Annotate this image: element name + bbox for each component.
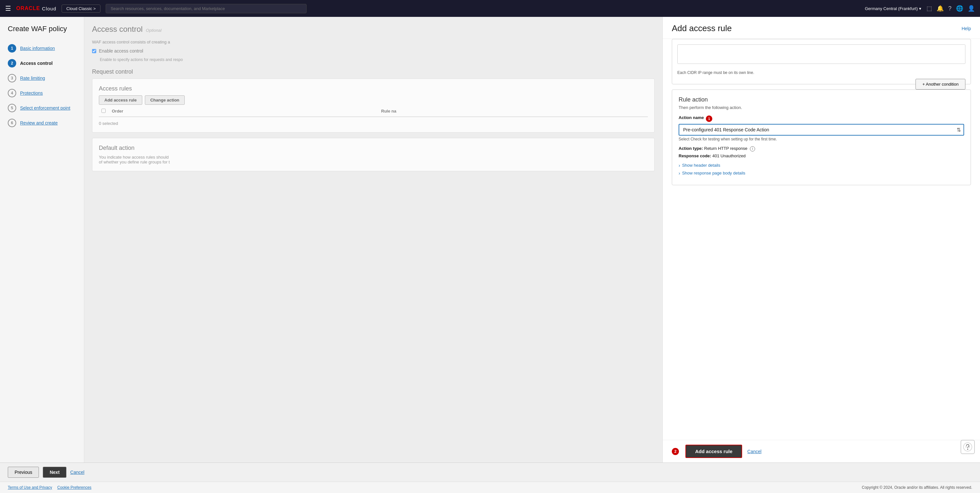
another-condition-button[interactable]: + Another condition <box>915 79 966 89</box>
footer-links: Terms of Use and Privacy Cookie Preferen… <box>8 485 91 490</box>
step-3-label[interactable]: Rate limiting <box>20 76 45 81</box>
svg-point-3 <box>969 447 970 447</box>
cloud-text: Cloud <box>42 6 56 11</box>
response-code-label: Response code: <box>679 153 711 158</box>
action-type-label: Action type: <box>679 146 703 151</box>
cookie-link[interactable]: Cookie Preferences <box>57 485 91 490</box>
chevron-down-icon: ▾ <box>919 6 921 11</box>
response-code-value: 401 Unauthorized <box>712 153 746 158</box>
step-3-number: 3 <box>8 74 16 82</box>
sidebar-step-2[interactable]: 2 Access control <box>0 56 84 71</box>
enable-checkbox-row: Enable access control <box>92 48 655 54</box>
step-1-number: 1 <box>8 44 16 53</box>
bell-icon[interactable]: 🔔 <box>937 5 944 12</box>
step-1-label[interactable]: Basic information <box>20 46 55 51</box>
help-icon[interactable]: ? <box>948 5 951 12</box>
floating-help-button[interactable] <box>961 440 975 454</box>
svg-point-1 <box>967 449 968 450</box>
rule-action-box: Rule action Then perform the following a… <box>672 89 971 185</box>
region-label: Germany Central (Frankfurt) <box>865 6 918 11</box>
step-2-label: Access control <box>20 61 52 66</box>
show-header-details-link[interactable]: › Show header details <box>679 163 964 168</box>
add-access-rule-title: Add access rule <box>672 23 732 34</box>
sidebar-title: Create WAF policy <box>0 25 84 41</box>
step-2-number: 2 <box>8 59 16 67</box>
sidebar-step-4[interactable]: 4 Protections <box>0 86 84 101</box>
sidebar: Create WAF policy 1 Basic information 2 … <box>0 17 84 463</box>
help-link[interactable]: Help <box>961 26 971 31</box>
badge-1: 1 <box>706 115 712 122</box>
default-action-desc: You indicate how access rules should <box>99 155 648 160</box>
col-order: Order <box>109 108 379 114</box>
previous-button[interactable]: Previous <box>8 467 39 478</box>
show-response-body-link[interactable]: › Show response page body details <box>679 171 964 176</box>
col-rule-name: Rule na <box>379 108 648 114</box>
help-float-icon <box>963 442 972 452</box>
chevron-right-icon-2: › <box>679 171 680 176</box>
chevron-right-icon: › <box>679 163 680 168</box>
cidr-note: Each CIDR IP range must be on its own li… <box>677 70 966 75</box>
step-4-number: 4 <box>8 89 16 97</box>
right-panel-body: Each CIDR IP range must be on its own li… <box>663 39 980 440</box>
cancel-bottom-button[interactable]: Cancel <box>70 470 84 475</box>
page-footer: Terms of Use and Privacy Cookie Preferen… <box>0 482 980 493</box>
sidebar-step-1[interactable]: 1 Basic information <box>0 41 84 56</box>
search-input[interactable] <box>106 4 307 13</box>
step-4-label[interactable]: Protections <box>20 91 43 96</box>
step-5-number: 5 <box>8 104 16 112</box>
top-navigation: ☰ ORACLE Cloud Cloud Classic > Germany C… <box>0 0 980 17</box>
show-response-body-label: Show response page body details <box>682 171 745 176</box>
action-type-value: Return HTTP response <box>704 146 747 151</box>
action-select-wrap: Pre-configured 401 Response Code Action … <box>679 124 964 136</box>
main-layout: Create WAF policy 1 Basic information 2 … <box>0 17 980 463</box>
next-button[interactable]: Next <box>43 467 66 478</box>
right-panel-footer: 2 Add access rule Cancel <box>663 440 980 463</box>
right-panel-header: Add access rule Help <box>663 17 980 39</box>
rule-action-title: Rule action <box>679 96 964 103</box>
enable-access-control-checkbox[interactable] <box>92 49 96 53</box>
condition-box: Each CIDR IP range must be on its own li… <box>672 39 971 85</box>
add-access-rule-submit-button[interactable]: Add access rule <box>686 445 742 458</box>
oracle-text: ORACLE <box>16 5 40 11</box>
table-header: Order Rule na <box>99 108 648 117</box>
enable-checkbox-label: Enable access control <box>99 48 143 54</box>
default-action-title: Default action <box>99 145 648 152</box>
show-header-details-label: Show header details <box>682 163 721 168</box>
default-action-block: Default action You indicate how access r… <box>92 138 655 171</box>
svg-point-2 <box>966 447 966 447</box>
enable-checkbox-hint: Enable to specify actions for requests a… <box>100 57 655 62</box>
action-select-hint: Select Check for testing when setting up… <box>679 137 964 141</box>
add-access-rule-button[interactable]: Add access rule <box>99 95 142 105</box>
action-name-label: Action name <box>679 115 704 120</box>
hamburger-menu-icon[interactable]: ☰ <box>5 5 11 12</box>
step-6-number: 6 <box>8 119 16 127</box>
sidebar-step-5[interactable]: 5 Select enforcement point <box>0 101 84 115</box>
user-icon[interactable]: 👤 <box>968 5 975 12</box>
sidebar-step-6[interactable]: 6 Review and create <box>0 115 84 130</box>
action-name-select[interactable]: Pre-configured 401 Response Code Action <box>679 124 964 136</box>
oracle-logo: ORACLE Cloud <box>16 5 56 11</box>
selected-count: 0 selected <box>99 121 648 126</box>
select-all-checkbox[interactable] <box>102 108 106 113</box>
cancel-button[interactable]: Cancel <box>747 449 762 454</box>
copyright-text: Copyright © 2024, Oracle and/or its affi… <box>862 485 972 490</box>
sidebar-steps: 1 Basic information 2 Access control 3 R… <box>0 41 84 130</box>
access-rules-block: Access rules Add access rule Change acti… <box>92 78 655 132</box>
rule-action-desc: Then perform the following action. <box>679 105 964 110</box>
badge-2: 2 <box>672 448 679 455</box>
optional-label: Optional <box>146 28 161 33</box>
step-6-label[interactable]: Review and create <box>20 120 58 126</box>
access-control-title: Access control <box>92 25 143 34</box>
globe-icon[interactable]: 🌐 <box>956 5 963 12</box>
change-action-button[interactable]: Change action <box>145 95 185 105</box>
action-type-row: Action type: Return HTTP response i <box>679 146 964 152</box>
monitor-icon[interactable]: ⬚ <box>926 5 932 12</box>
request-control-title: Request control <box>92 69 655 75</box>
terms-link[interactable]: Terms of Use and Privacy <box>8 485 52 490</box>
sidebar-step-3[interactable]: 3 Rate limiting <box>0 71 84 86</box>
info-icon[interactable]: i <box>750 146 755 152</box>
step-5-label[interactable]: Select enforcement point <box>20 105 70 111</box>
region-selector[interactable]: Germany Central (Frankfurt) ▾ <box>865 6 921 11</box>
svg-point-0 <box>964 443 972 451</box>
cloud-classic-button[interactable]: Cloud Classic > <box>62 5 101 13</box>
